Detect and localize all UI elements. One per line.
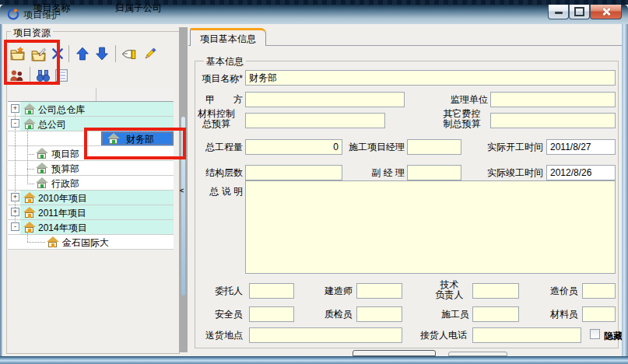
construction-manager-input[interactable] [407,139,461,155]
house-icon [36,162,48,174]
client-input[interactable] [249,283,294,299]
delivery-place-label: 送货地点 [190,331,243,341]
actual-finish-label: 实际竣工时间 [482,168,543,178]
builder-label: 建造师 [311,286,353,296]
window-border-right [622,24,628,356]
panel-splitter[interactable]: < [179,27,188,352]
minimize-button[interactable] [548,5,569,19]
other-budget-input[interactable] [490,113,616,128]
other-budget-label: 其它费控制总预算 [436,109,488,129]
cost-estimator-label: 造价员 [543,286,578,296]
arrow-up-icon [75,47,89,61]
actual-start-input[interactable] [546,139,616,155]
house-icon [23,206,36,219]
house-icon [36,147,48,159]
select-button[interactable] [120,45,137,62]
actual-start-label: 实际开工时间 [482,142,543,152]
tree-column-name[interactable]: 项目名称 [8,2,96,15]
quality-inspector-label: 质检员 [311,310,353,320]
tree-row[interactable]: - 2014年项目 [8,220,174,235]
tree-row[interactable]: + 2010年项目 [8,191,174,205]
project-name-label: 项目名称* [190,74,243,84]
hidden-checkbox[interactable] [590,329,600,339]
tree-column-subsidiary[interactable]: 归属子公司 [103,2,174,15]
tree-expander-icon[interactable]: + [11,193,19,201]
quality-inspector-input[interactable] [356,306,402,322]
column-separator [96,88,96,101]
collapse-left-icon[interactable]: < [180,187,184,194]
tree-item-label[interactable]: 预算部 [51,163,79,176]
minimize-icon [555,12,563,14]
toolbar-separator [115,45,116,62]
structure-floors-label: 结构层数 [190,168,243,178]
cost-estimator-input[interactable] [582,283,616,299]
total-quantity-input[interactable] [245,139,342,155]
tree-item-label[interactable]: 项目部 [51,148,79,161]
construction-manager-label: 施工项目经理 [339,142,405,152]
tree-header[interactable] [8,87,174,102]
window-border-bottom [0,356,628,364]
close-button[interactable] [590,5,622,19]
general-note-label: 总 说 明 [190,187,243,197]
tree-item-label[interactable]: 金石国际大 [62,236,109,250]
material-clerk-label: 材料员 [543,310,578,320]
party-a-input[interactable] [245,92,405,107]
safety-officer-input[interactable] [249,306,294,322]
tree-expander-icon[interactable]: - [11,119,19,128]
move-up-button[interactable] [74,45,91,62]
tree-connector [27,154,34,155]
left-group-title: 项目资源 [11,26,53,40]
tree-item-label[interactable]: 公司总仓库 [38,103,85,117]
delivery-place-input[interactable] [249,327,402,343]
tree-connector [27,125,28,184]
tree-item-label[interactable]: 总公司 [38,118,66,131]
tree-connector [27,184,34,184]
construction-worker-input[interactable] [472,306,519,322]
house-icon [23,117,36,130]
tree-expander-icon[interactable]: + [11,208,19,216]
total-quantity-label: 总工程量 [190,142,243,152]
house-icon [36,177,48,189]
actual-finish-input[interactable] [546,165,616,180]
tab-project-basic-info[interactable]: 项目基本信息 [190,28,266,46]
move-down-button[interactable] [93,45,111,62]
project-name-input[interactable] [245,70,616,86]
tech-director-input[interactable] [472,283,519,299]
tree-row[interactable]: + 2011年项目 [8,205,174,220]
party-a-label: 甲 方 [190,95,243,105]
project-maintenance-window: 项目维护 项目资源 [0,0,628,364]
edit-button[interactable] [141,45,158,62]
builder-input[interactable] [356,283,402,299]
maximize-button[interactable] [569,5,590,19]
annotation-rectangle-toolbar [4,40,60,85]
deputy-manager-input[interactable] [407,165,461,180]
receiver-phone-input[interactable] [472,327,581,343]
house-icon [23,221,36,233]
arrow-down-icon [95,47,109,61]
tree-item-label[interactable]: 2010年项目 [38,192,87,205]
general-note-textarea[interactable] [245,180,616,274]
supervision-unit-input[interactable] [490,92,616,107]
material-clerk-input[interactable] [582,306,616,322]
tree-expander-icon[interactable]: - [11,222,19,231]
tree-item-label[interactable]: 2011年项目 [38,207,86,220]
bottom-button-partial[interactable] [353,350,436,356]
tree-item-label[interactable]: 行政部 [51,177,79,191]
tree-item-label[interactable]: 2014年项目 [38,222,87,235]
tree-row[interactable]: + 公司总仓库 [8,102,174,117]
close-icon [602,7,611,16]
material-budget-label: 材料控制总预算 [190,109,243,129]
supervision-unit-label: 监理单位 [436,95,488,105]
house-icon [23,191,36,204]
tech-director-label: 技术负责人 [430,280,469,300]
house-icon [23,103,36,115]
hidden-checkbox-label: 隐藏 [604,330,623,343]
house-icon [47,236,59,248]
tree-expander-icon[interactable]: + [11,104,19,113]
maximize-icon [574,7,584,16]
structure-floors-input[interactable] [245,165,342,180]
annotation-rectangle-selected-row [84,128,186,159]
material-budget-input[interactable] [245,113,385,128]
tree-connector [27,242,45,243]
tree-connector [27,169,34,170]
